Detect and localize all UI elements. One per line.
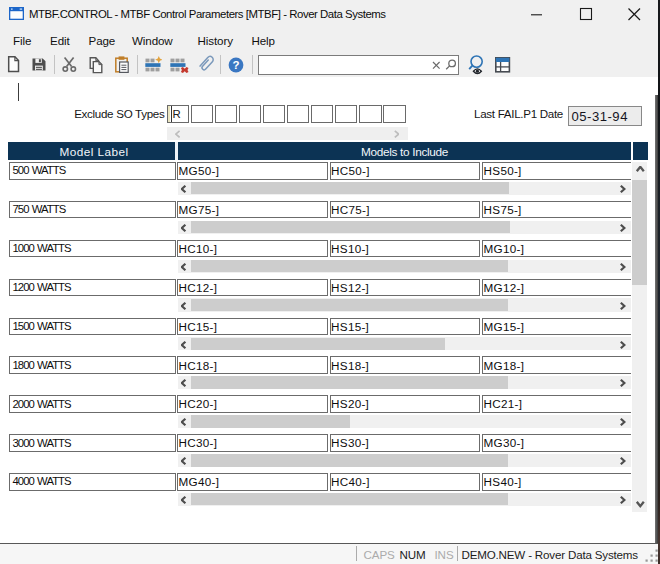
svg-text:?: ?: [232, 59, 239, 71]
